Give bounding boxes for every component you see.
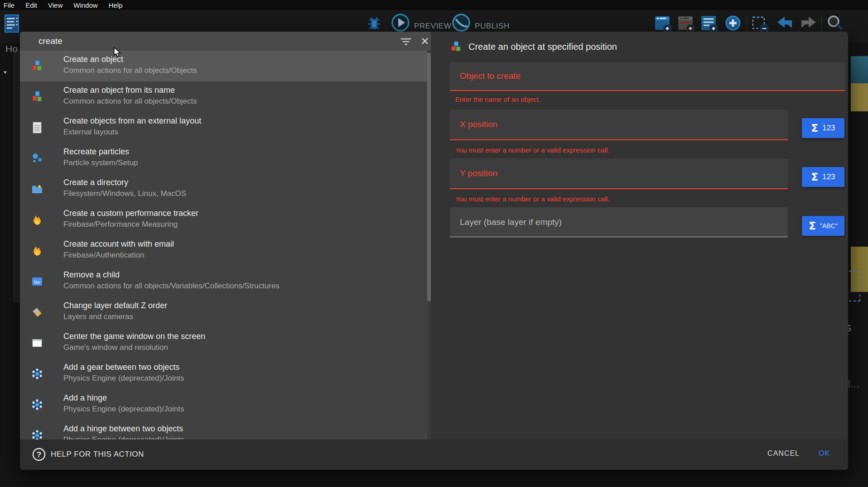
action-result-item[interactable]: Recreate particlesParticle system/Setup	[20, 143, 431, 174]
svg-text:Var: Var	[34, 279, 41, 285]
action-search-panel: ✕ Create an objectCommon actions for all…	[20, 32, 431, 439]
result-title: Create account with with email	[63, 239, 174, 249]
redo-icon[interactable]	[798, 14, 818, 33]
result-title: Create a directory	[63, 178, 128, 187]
toolbar-separator	[747, 16, 747, 33]
result-title: Create a custom performance tracker	[63, 209, 198, 218]
firebase-icon	[31, 244, 43, 257]
action-result-item[interactable]: Add a gear between two objectsPhysics En…	[20, 358, 431, 389]
ok-button[interactable]: OK	[819, 449, 830, 458]
add-event-icon[interactable]	[653, 14, 673, 33]
action-result-item[interactable]: ★Create a directoryFilesystem/Windows, L…	[20, 174, 431, 205]
x-expression-button[interactable]: Σ 123	[802, 118, 844, 138]
layer-field[interactable]: Layer (base layer if empty)	[450, 207, 788, 237]
action-result-item[interactable]: Center the game window on the screenGame…	[20, 328, 431, 358]
filter-icon[interactable]	[400, 35, 412, 47]
result-subtitle: Physics Engine (deprecated)/Joints	[63, 435, 184, 439]
action-result-item[interactable]: Create an object from its nameCommon act…	[20, 81, 431, 112]
result-title: Add a gear between two objects	[63, 363, 179, 372]
help-for-action-link[interactable]: HELP FOR THIS ACTION	[51, 450, 144, 459]
y-position-label: Y position	[460, 168, 497, 178]
menu-help[interactable]: Help	[109, 1, 123, 9]
cancel-button[interactable]: CANCEL	[767, 449, 800, 458]
action-result-item[interactable]: Add a hingePhysics Engine (deprecated)/J…	[20, 389, 431, 420]
menu-edit[interactable]: Edit	[25, 1, 37, 9]
cubes-icon	[31, 60, 43, 72]
play-icon[interactable]	[391, 13, 410, 33]
app-window: File Edit View Window Help	[0, 0, 868, 487]
action-result-item[interactable]: Add a hinge between two objectsPhysics E…	[20, 420, 431, 439]
physics-icon	[31, 429, 43, 439]
y-position-field[interactable]: Y position	[450, 158, 788, 189]
action-result-item[interactable]: VarRemove a childCommon actions for all …	[20, 266, 431, 297]
result-subtitle: Common actions for all objects/Objects	[63, 66, 197, 75]
result-title: Remove a child	[63, 270, 120, 280]
action-result-item[interactable]: Create account with with emailFirebase/A…	[20, 235, 431, 266]
result-title: Add a hinge	[63, 393, 107, 403]
layer-expression-button[interactable]: Σ "ABC"	[802, 216, 844, 236]
mouse-cursor	[113, 47, 123, 60]
eraser-icon	[31, 306, 43, 319]
action-title: Create an object at specified position	[468, 42, 617, 52]
scene-object-blue	[851, 56, 868, 83]
result-title: Create an object from its name	[63, 86, 175, 95]
search-input[interactable]	[39, 32, 383, 51]
result-subtitle: Game's window and resolution	[63, 343, 168, 352]
window-icon	[31, 337, 43, 349]
result-title: Recreate particles	[63, 147, 129, 157]
search-events-icon[interactable]	[825, 14, 845, 33]
menu-file[interactable]: File	[4, 1, 14, 9]
publish-button[interactable]: PUBLISH	[475, 22, 510, 31]
action-results-list: Create an objectCommon actions for all o…	[20, 51, 431, 439]
menu-window[interactable]: Window	[73, 1, 97, 9]
result-subtitle: Firebase/Performance Measuring	[63, 220, 178, 229]
x-position-label: X position	[460, 119, 497, 129]
result-subtitle: Filesystem/Windows, Linux, MacOS	[63, 189, 186, 198]
project-manager-icon[interactable]	[3, 14, 21, 34]
object-to-create-label: Object to create	[460, 71, 521, 81]
home-tab[interactable]: Ho	[5, 43, 18, 54]
result-title: Create objects from an external layout	[63, 116, 201, 126]
globe-icon[interactable]	[451, 13, 471, 33]
menu-view[interactable]: View	[48, 1, 63, 9]
y-error-text: You must enter a number or a valid expre…	[455, 195, 609, 203]
toolbar-separator	[821, 16, 822, 33]
close-icon[interactable]: ✕	[419, 34, 431, 48]
scrollbar-thumb[interactable]	[427, 53, 431, 301]
action-result-item[interactable]: Create an objectCommon actions for all o…	[20, 51, 431, 81]
particles-icon	[31, 152, 43, 165]
action-result-item[interactable]: Create objects from an external layoutEx…	[20, 112, 431, 143]
result-subtitle: Physics Engine (deprecated)/Joints	[63, 405, 184, 414]
result-subtitle: Firebase/Authentication	[63, 251, 145, 260]
action-result-item[interactable]: Create a custom performance trackerFireb…	[20, 205, 431, 235]
scene-object-olive	[851, 83, 868, 111]
object-to-create-field[interactable]: Object to create	[450, 62, 845, 91]
sigma-icon: Σ	[811, 122, 818, 134]
object-helper-text: Enter the name of an object.	[455, 95, 540, 103]
physics-icon	[31, 368, 43, 380]
debug-icon[interactable]	[365, 14, 383, 33]
sigma-icon: Σ	[809, 220, 816, 232]
menu-bar: File Edit View Window Help	[0, 0, 868, 10]
undo-icon[interactable]	[775, 14, 795, 33]
svg-text:?: ?	[37, 450, 41, 459]
add-subevent-icon[interactable]	[676, 14, 696, 33]
result-subtitle: External layouts	[63, 128, 118, 137]
x-position-field[interactable]: X position	[450, 110, 788, 140]
y-expression-button[interactable]: Σ 123	[802, 167, 844, 187]
result-subtitle: Common actions for all objects/Objects	[63, 97, 197, 106]
delete-selection-icon[interactable]	[750, 14, 770, 33]
add-comment-icon[interactable]	[699, 14, 719, 33]
result-subtitle: Layers and cameras	[63, 312, 133, 321]
dialog-footer: ? HELP FOR THIS ACTION CANCEL OK	[20, 439, 848, 470]
chevron-down-icon[interactable]: ▾	[4, 69, 7, 76]
help-icon[interactable]: ?	[32, 447, 46, 462]
x-error-text: You must enter a number or a valid expre…	[455, 146, 609, 154]
result-title: Change layer default Z order	[63, 301, 167, 310]
preview-button[interactable]: PREVIEW	[414, 22, 452, 31]
add-more-icon[interactable]	[723, 14, 743, 33]
result-title: Center the game window on the screen	[63, 332, 205, 341]
action-result-item[interactable]: Change layer default Z orderLayers and c…	[20, 297, 431, 328]
cubes-icon	[450, 41, 462, 53]
cubes-icon	[31, 91, 43, 103]
